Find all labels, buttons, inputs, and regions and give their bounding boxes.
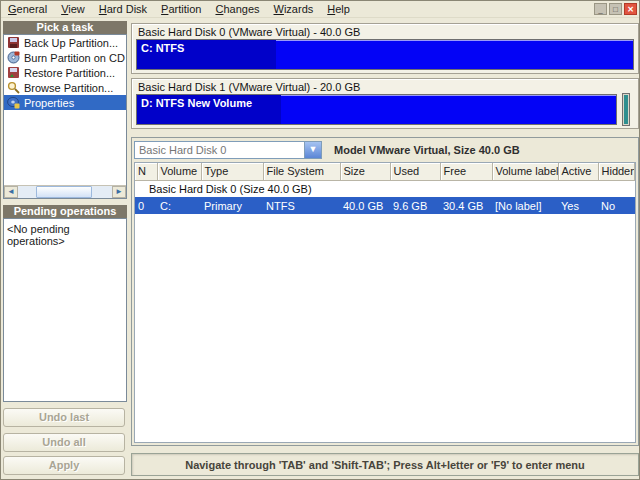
task-label: Restore Partition... xyxy=(24,67,115,79)
table-header-row: N Volume Type File System Size Used Free… xyxy=(135,163,635,180)
cell-volume-label: [No label] xyxy=(492,197,558,214)
col-volume-label[interactable]: Volume label xyxy=(492,163,558,180)
col-type[interactable]: Type xyxy=(201,163,263,180)
maximize-button-icon[interactable]: □ xyxy=(609,3,622,15)
menu-general[interactable]: General xyxy=(1,2,54,16)
disk-1-partition-bar[interactable]: D: NTFS New Volume xyxy=(136,94,617,125)
status-text: Navigate through 'TAB' and 'Shift-TAB'; … xyxy=(185,459,585,471)
task-restore-partition[interactable]: Restore Partition... xyxy=(4,65,126,80)
pending-empty-text: <No pending operations> xyxy=(7,223,70,247)
browse-partition-icon xyxy=(7,81,20,94)
disk-group-row-label: Basic Hard Disk 0 (Size 40.0 GB) xyxy=(135,180,635,197)
task-label: Properties xyxy=(24,97,74,109)
window-controls: _ □ ✕ xyxy=(594,3,639,15)
disk-select-value: Basic Hard Disk 0 xyxy=(135,144,304,156)
backup-partition-icon xyxy=(7,36,20,49)
cell-free: 30.4 GB xyxy=(440,197,492,214)
menu-wizards[interactable]: Wizards xyxy=(267,2,321,16)
col-file-system[interactable]: File System xyxy=(263,163,340,180)
chevron-down-icon[interactable]: ▼ xyxy=(304,142,321,158)
task-properties[interactable]: Properties xyxy=(4,95,126,110)
apply-button[interactable]: Apply xyxy=(3,456,125,475)
disk-0-partition-label: C: NTFS xyxy=(141,42,184,54)
disk-1-title: Basic Hard Disk 1 (VMware Virtual) - 20.… xyxy=(138,81,360,93)
minimize-button-icon[interactable]: _ xyxy=(594,3,607,15)
pending-operations-header: Pending operations xyxy=(3,205,127,218)
cell-n: 0 xyxy=(135,197,157,214)
table-row[interactable]: 0 C: Primary NTFS 40.0 GB 9.6 GB 30.4 GB… xyxy=(135,197,635,214)
undo-last-button[interactable]: Undo last xyxy=(3,408,125,427)
col-volume[interactable]: Volume xyxy=(157,163,201,180)
task-label: Browse Partition... xyxy=(24,82,113,94)
cell-type: Primary xyxy=(201,197,263,214)
disk-map-0: Basic Hard Disk 0 (VMware Virtual) - 40.… xyxy=(131,23,639,74)
task-browse-partition[interactable]: Browse Partition... xyxy=(4,80,126,95)
disk-0-title: Basic Hard Disk 0 (VMware Virtual) - 40.… xyxy=(138,26,360,38)
pending-operations-list[interactable]: <No pending operations> xyxy=(3,218,127,402)
col-size[interactable]: Size xyxy=(340,163,390,180)
scroll-left-icon[interactable]: ◄ xyxy=(4,186,18,198)
col-used[interactable]: Used xyxy=(390,163,440,180)
task-label: Burn Partition on CD c xyxy=(24,52,126,64)
cell-active: Yes xyxy=(558,197,598,214)
volume-list-panel: Basic Hard Disk 0 ▼ Model VMware Virtual… xyxy=(131,137,639,446)
disk-0-partition-bar[interactable]: C: NTFS xyxy=(136,39,634,70)
application-window: General View Hard Disk Partition Changes… xyxy=(0,0,640,480)
disk-selector-row: Basic Hard Disk 0 ▼ Model VMware Virtual… xyxy=(134,140,636,160)
task-backup-partition[interactable]: Back Up Partition... xyxy=(4,35,126,50)
scrollbar-thumb[interactable] xyxy=(36,186,92,198)
col-n[interactable]: N xyxy=(135,163,157,180)
task-list: Back Up Partition... Burn Partition on C… xyxy=(3,34,127,199)
disk-1-unallocated-strip[interactable] xyxy=(623,94,629,125)
menu-hard-disk[interactable]: Hard Disk xyxy=(92,2,154,16)
cell-used: 9.6 GB xyxy=(390,197,440,214)
disk-map-1: Basic Hard Disk 1 (VMware Virtual) - 20.… xyxy=(131,78,639,129)
menu-partition[interactable]: Partition xyxy=(154,2,208,16)
close-button-icon[interactable]: ✕ xyxy=(624,3,637,15)
task-label: Back Up Partition... xyxy=(24,37,118,49)
menu-view[interactable]: View xyxy=(54,2,92,16)
cell-volume: C: xyxy=(157,197,201,214)
status-bar: Navigate through 'TAB' and 'Shift-TAB'; … xyxy=(131,453,639,476)
properties-icon xyxy=(7,96,20,109)
burn-cd-icon xyxy=(7,51,20,64)
horizontal-scrollbar[interactable]: ◄ ► xyxy=(4,185,126,198)
menu-help[interactable]: Help xyxy=(320,2,357,16)
scroll-right-icon[interactable]: ► xyxy=(112,186,126,198)
disk-model-info: Model VMware Virtual, Size 40.0 GB xyxy=(334,144,520,156)
menu-changes[interactable]: Changes xyxy=(208,2,266,16)
cell-hidden: No xyxy=(598,197,635,214)
disk-select-dropdown[interactable]: Basic Hard Disk 0 ▼ xyxy=(134,141,322,159)
col-active[interactable]: Active xyxy=(558,163,598,180)
pick-a-task-header: Pick a task xyxy=(3,21,127,34)
menu-bar: General View Hard Disk Partition Changes… xyxy=(1,1,639,18)
cell-file-system: NTFS xyxy=(263,197,340,214)
volume-table: N Volume Type File System Size Used Free… xyxy=(134,162,636,443)
undo-all-button[interactable]: Undo all xyxy=(3,433,125,452)
disk-1-partition-label: D: NTFS New Volume xyxy=(141,97,252,109)
task-burn-partition-cd[interactable]: Burn Partition on CD c xyxy=(4,50,126,65)
col-free[interactable]: Free xyxy=(440,163,492,180)
disk-group-row: Basic Hard Disk 0 (Size 40.0 GB) xyxy=(135,180,635,197)
restore-partition-icon xyxy=(7,66,20,79)
col-hidden[interactable]: Hidden xyxy=(598,163,635,180)
cell-size: 40.0 GB xyxy=(340,197,390,214)
